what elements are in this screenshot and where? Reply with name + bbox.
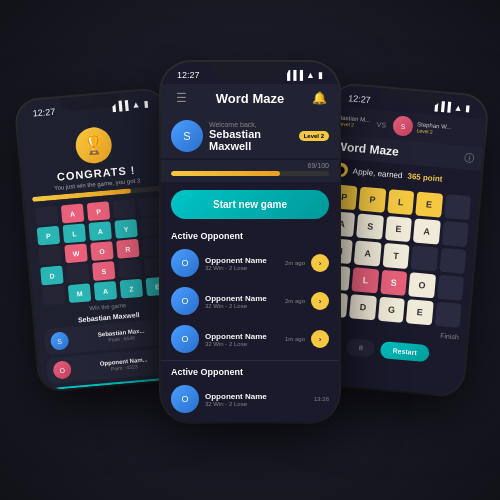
opp-time-1: 2m ago [285,260,305,266]
welcome-back-label: Welcome back, [209,121,293,128]
active-opponent2-label: Active Opponent [161,363,339,380]
grid-cell [42,286,65,306]
grid-cell: D [40,266,63,286]
trophy-icon: 🏆 [74,126,113,165]
grid-cell-r [411,245,438,271]
player1-info: Sebastian Max... Point : 6548 [72,325,171,345]
opp-time-2: 2m ago [285,298,305,304]
phone-center: 12:27 ▐▐▐ ▲ ▮ ☰ Word Maze 🔔 S Welcome ba… [161,62,339,422]
opp-arrow-1[interactable]: › [311,254,329,272]
status-icons-center: ▐▐▐ ▲ ▮ [284,70,323,80]
opp-arrow-2[interactable]: › [311,292,329,310]
phone-notch-center [210,62,290,80]
grid-cell: L [63,223,86,243]
grid-cell: R [116,239,139,259]
opponent-item-1: O Opponent Name 32 Win - 2 Lose 2m ago › [161,244,339,282]
welcome-text: Welcome back, Sebastian Maxwell [209,121,293,152]
xp-bar [171,171,329,176]
opp-avatar-3: O [171,325,199,353]
vs-label: VS [376,120,386,128]
battery-icon-r: ▮ [465,103,471,113]
grid-cell-r: A [413,218,440,244]
grid-cell-r: L [352,267,379,293]
word-grid-left: A P P L A Y W O R D S M [33,196,173,305]
word-grid-right: P P L E A S E A N A T A L S O I D G [321,184,471,328]
grid-cell-r: O [408,272,435,298]
grid-cell [38,246,61,266]
grid-cell: Z [120,279,143,299]
divider-1 [161,360,339,361]
grid-cell [118,259,141,279]
grid-cell-r [439,248,466,274]
opponent-item-3: O Opponent Name 32 Win - 2 Lose 1m ago › [161,320,339,358]
grid-cell [139,197,162,217]
battery-icon: ▮ [143,98,149,108]
xp-section: 69/100 [161,160,339,182]
opp-avatar-4: O [171,385,199,413]
opp-info-4: Opponent Name 32 Win - 2 Lose [205,392,308,407]
time-right: 12:27 [348,93,371,105]
opp-name-3: Opponent Name [205,332,279,341]
start-game-button[interactable]: Start new game [171,190,329,219]
level-badge: Level 2 [299,131,329,141]
player2-avatar: O [52,360,72,380]
grid-cell: O [90,241,113,261]
right-player2-avatar: S [392,115,414,137]
grid-cell-r: A [354,240,381,266]
opponent-item-5: O Opponent Name 32 Win - 2 Lose 08:11 [161,418,339,422]
opp-info-1: Opponent Name 32 Win - 2 Lose [205,256,279,271]
grid-cell-r: P [359,187,386,213]
time-left: 12:27 [32,107,55,119]
time-center: 12:27 [177,70,200,80]
grid-cell-r: D [349,294,376,320]
grid-cell: P [87,201,110,221]
grid-cell-r: S [356,214,383,240]
grid-cell [113,199,136,219]
menu-icon[interactable]: ☰ [171,88,191,108]
grid-cell: Y [114,219,137,239]
score-label: Apple, earned [352,166,402,179]
grid-cell-r: T [382,243,409,269]
xp-label: 69/100 [171,162,329,169]
opp-time-3: 1m ago [285,336,305,342]
opp-time-4: 13:26 [314,396,329,402]
wifi-icon-r: ▲ [453,102,463,113]
grid-cell-r: L [387,189,414,215]
opp-info-2: Opponent Name 32 Win - 2 Lose [205,294,279,309]
score-points: 365 point [407,171,443,183]
opp-arrow-3[interactable]: › [311,330,329,348]
grid-cell-r: E [406,299,433,325]
opp-avatar-1: O [171,249,199,277]
opp-info-3: Opponent Name 32 Win - 2 Lose [205,332,279,347]
xp-fill [171,171,280,176]
grid-cell: S [92,261,115,281]
grid-cell: P [37,226,60,246]
opp-name-2: Opponent Name [205,294,279,303]
info-icon[interactable]: ⓘ [464,151,475,166]
grid-cell-r [437,275,464,301]
user-name: Sebastian Maxwell [209,128,293,152]
opp-stats-4: 32 Win - 2 Lose [205,401,308,407]
grid-cell: W [64,243,87,263]
pause-button[interactable]: II [346,338,375,357]
opp-name-4: Opponent Name [205,392,308,401]
opp-stats-3: 32 Win - 2 Lose [205,341,279,347]
bell-icon[interactable]: 🔔 [309,88,329,108]
battery-icon-c: ▮ [318,70,323,80]
restart-button[interactable]: Restart [380,341,429,362]
center-header: ☰ Word Maze 🔔 [161,84,339,114]
grid-cell: A [61,204,84,224]
wifi-icon-c: ▲ [306,70,315,80]
opponent-item-4: O Opponent Name 32 Win - 2 Lose 13:26 [161,380,339,418]
grid-cell-r: S [380,270,407,296]
player2-info: Opponent Nam... Point : 4323 [75,354,174,374]
grid-cell [66,263,89,283]
active-opponent-label: Active Opponent [161,227,339,244]
user-avatar: S [171,120,203,152]
grid-cell: M [68,283,91,303]
welcome-section: S Welcome back, Sebastian Maxwell Level … [161,114,339,158]
grid-cell-r [441,221,468,247]
grid-cell-r [434,302,461,328]
grid-cell-r: E [385,216,412,242]
opponent-item-2: O Opponent Name 32 Win - 2 Lose 2m ago › [161,282,339,320]
